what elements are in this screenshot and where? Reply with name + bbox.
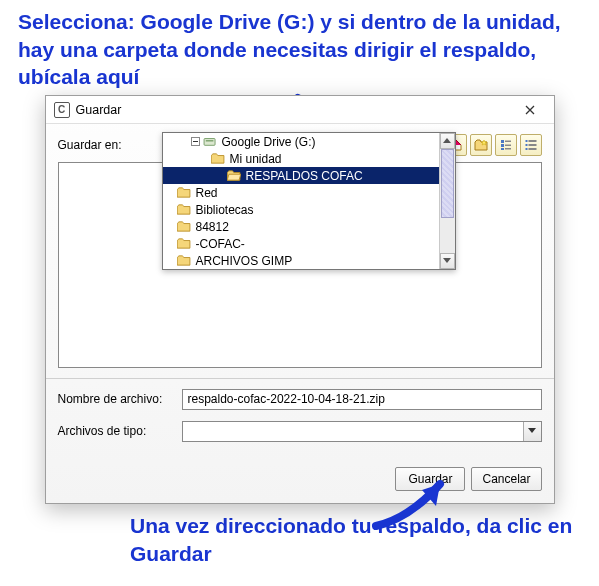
scroll-thumb[interactable] [441, 149, 454, 218]
tree-item-label: Bibliotecas [196, 203, 254, 217]
dropdown-scrollbar[interactable] [439, 133, 455, 269]
tree-item[interactable]: -COFAC- [163, 235, 455, 252]
tree-item[interactable]: Bibliotecas [163, 201, 455, 218]
svg-rect-14 [193, 141, 198, 142]
window-title: Guardar [76, 103, 510, 117]
archivos-tipo-label: Archivos de tipo: [58, 424, 182, 438]
chevron-down-icon [528, 428, 536, 434]
tree-item-label: -COFAC- [196, 237, 245, 251]
svg-rect-11 [528, 144, 536, 146]
list-view-icon [499, 138, 513, 152]
titlebar: C Guardar [46, 96, 554, 124]
details-view-icon [524, 138, 538, 152]
svg-rect-2 [501, 144, 504, 147]
close-button[interactable] [510, 98, 550, 122]
guardar-en-label: Guardar en: [58, 138, 162, 152]
svg-rect-7 [525, 140, 527, 142]
svg-rect-3 [501, 148, 504, 150]
details-view-button[interactable] [520, 134, 542, 156]
tree-item[interactable]: Red [163, 184, 455, 201]
tree-item-label: RESPALDOS COFAC [246, 169, 363, 183]
nombre-archivo-input[interactable]: respaldo-cofac-2022-10-04-18-21.zip [182, 389, 542, 410]
tree-item-label: ARCHIVOS GIMP [196, 254, 293, 268]
tree-item-label: Red [196, 186, 218, 200]
tree-item[interactable]: ARCHIVOS GIMP [163, 252, 455, 269]
chevron-up-icon [443, 138, 451, 144]
guardar-button[interactable]: Guardar [395, 467, 465, 491]
cancelar-button[interactable]: Cancelar [471, 467, 541, 491]
tipo-arrow-button[interactable] [523, 422, 541, 441]
tree-item-label: Mi unidad [230, 152, 282, 166]
nombre-archivo-value: respaldo-cofac-2022-10-04-18-21.zip [188, 392, 385, 406]
scroll-up-button[interactable] [440, 133, 455, 149]
tree-item-label: 84812 [196, 220, 229, 234]
app-icon: C [54, 102, 70, 118]
save-dialog: C Guardar Guardar en: RESPALDOS COFAC [45, 95, 555, 504]
tree-item[interactable]: Google Drive (G:) [163, 133, 455, 150]
annotation-top: Selecciona: Google Drive (G:) y si dentr… [0, 0, 599, 95]
new-folder-icon [474, 138, 488, 152]
scroll-down-button[interactable] [440, 253, 455, 269]
list-view-button[interactable] [495, 134, 517, 156]
svg-rect-15 [204, 139, 215, 146]
svg-rect-9 [525, 148, 527, 150]
svg-rect-16 [205, 140, 213, 141]
svg-rect-1 [501, 140, 504, 143]
tree-item[interactable]: Mi unidad [163, 150, 455, 167]
archivos-tipo-combo[interactable] [182, 421, 542, 442]
svg-rect-4 [505, 141, 511, 143]
nombre-archivo-label: Nombre de archivo: [58, 392, 182, 406]
tree-item-label: Google Drive (G:) [222, 135, 316, 149]
close-icon [525, 105, 535, 115]
annotation-bottom: Una vez direccionado tu respaldo, da cli… [0, 504, 599, 571]
tree-item[interactable]: RESPALDOS COFAC [163, 167, 455, 184]
chevron-down-icon [443, 258, 451, 264]
svg-rect-8 [525, 144, 527, 146]
svg-rect-12 [528, 148, 536, 150]
location-tree-dropdown: Google Drive (G:)Mi unidadRESPALDOS COFA… [162, 132, 456, 270]
tree-item[interactable]: 84812 [163, 218, 455, 235]
new-folder-button[interactable] [470, 134, 492, 156]
svg-rect-5 [505, 145, 511, 147]
svg-rect-6 [505, 148, 511, 150]
svg-rect-10 [528, 140, 536, 142]
